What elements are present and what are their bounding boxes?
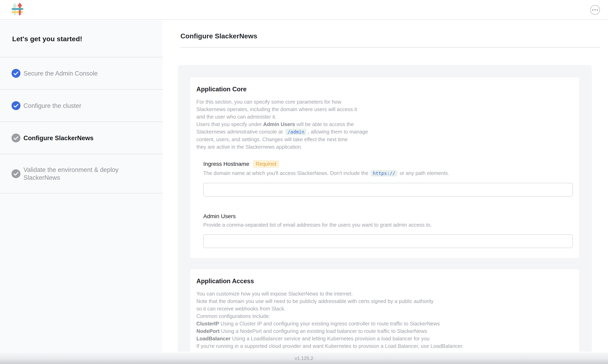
admin-users-help: Provide a comma-separated list of email … — [203, 221, 573, 229]
step-pending-check-icon — [12, 133, 20, 143]
section-title-application-core: Application Core — [196, 86, 573, 93]
title-divider — [180, 47, 600, 48]
step-complete-check-icon — [12, 69, 20, 78]
sidebar-step-secure-admin-console[interactable]: Secure the Admin Console — [0, 57, 163, 89]
step-complete-check-icon — [12, 101, 20, 110]
ellipsis-icon — [592, 9, 598, 11]
application-access-card: Application Access You can customize how… — [190, 269, 580, 352]
setup-steps-sidebar: Let's get you started! Secure the Admin … — [0, 20, 163, 352]
section-title-application-access: Application Access — [196, 278, 573, 285]
step-label: Validate the environment & deploy Slacke… — [24, 166, 129, 182]
slackernews-logo-icon — [11, 3, 24, 17]
setup-wizard-page: Let's get you started! Secure the Admin … — [0, 0, 608, 364]
required-badge: Required — [253, 160, 279, 168]
ingress-hostname-help: The domain name at which you'll access S… — [203, 169, 573, 177]
ingress-hostname-field-group: Ingress Hostname Required The domain nam… — [203, 160, 573, 196]
sidebar-step-configure-slackernews[interactable]: Configure SlackerNews — [0, 122, 163, 154]
step-label: Configure SlackerNews — [24, 134, 94, 142]
step-label: Configure the cluster — [24, 102, 81, 110]
sidebar-step-configure-cluster[interactable]: Configure the cluster — [0, 89, 163, 122]
page-title: Configure SlackerNews — [180, 32, 600, 40]
application-core-description: For this section, you can specify some c… — [196, 98, 573, 151]
step-pending-check-icon — [12, 169, 20, 178]
config-panel: Application Core For this section, you c… — [178, 65, 592, 352]
admin-users-field-group: Admin Users Provide a comma-separated li… — [203, 213, 573, 248]
more-menu-button[interactable] — [590, 5, 600, 15]
top-bar — [0, 0, 608, 20]
application-access-description: You can customize how you will expose Sl… — [196, 290, 573, 350]
step-label: Secure the Admin Console — [24, 69, 98, 77]
application-core-card: Application Core For this section, you c… — [190, 77, 580, 258]
admin-users-input[interactable] — [203, 234, 573, 248]
admin-users-label: Admin Users — [203, 213, 236, 220]
ingress-hostname-input[interactable] — [203, 183, 573, 196]
app-footer: v1.125.2 — [0, 352, 608, 364]
sidebar-step-validate-deploy[interactable]: Validate the environment & deploy Slacke… — [0, 154, 163, 194]
sidebar-title: Let's get you started! — [0, 20, 163, 57]
ingress-hostname-label: Ingress Hostname — [203, 161, 249, 167]
version-label: v1.125.2 — [295, 355, 313, 361]
config-content-area: Configure SlackerNews Application Core F… — [163, 20, 608, 352]
